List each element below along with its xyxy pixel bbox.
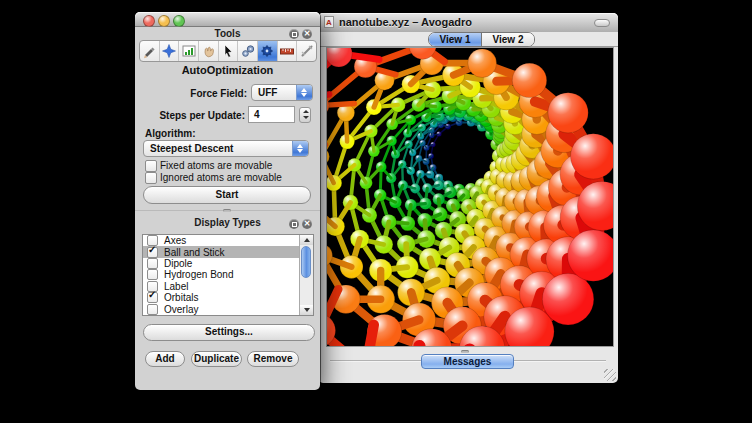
messages-button[interactable]: Messages — [421, 354, 514, 369]
align-tool-button[interactable] — [297, 41, 316, 61]
step-up-icon — [303, 110, 309, 113]
autooptimization-title: AutoOptimization — [135, 64, 320, 76]
align-wand-icon — [299, 43, 315, 59]
display-types-header: Display Types ✕ — [135, 215, 320, 231]
tool-toolbar — [139, 40, 317, 62]
splitter-handle[interactable] — [461, 350, 469, 353]
force-field-popup[interactable]: UFF — [251, 84, 313, 101]
algorithm-popup[interactable]: Steepest Descent — [143, 140, 309, 157]
navigate-tool-button[interactable] — [160, 41, 180, 61]
view-tabs: View 1 View 2 — [428, 32, 535, 47]
tab-view-2[interactable]: View 2 — [482, 33, 534, 46]
resize-grip[interactable] — [604, 369, 616, 381]
duplicate-button[interactable]: Duplicate — [191, 351, 242, 367]
desktop: A nanotube.xyz – Avogadro View 1 View 2 — [0, 0, 752, 423]
avogadro-document-window: A nanotube.xyz – Avogadro View 1 View 2 — [318, 13, 618, 383]
close-panel-icon[interactable]: ✕ — [302, 29, 312, 39]
ruler-icon — [279, 43, 295, 59]
scroll-down-button[interactable] — [300, 305, 313, 315]
panel-splitter-handle[interactable] — [223, 209, 231, 212]
popup-arrows-icon — [292, 141, 308, 156]
steps-label: Steps per Update: — [135, 110, 245, 121]
avogadro-tool-window: Tools ✕ — [135, 12, 320, 390]
view-tabbar: View 1 View 2 — [318, 32, 618, 47]
gears-icon — [240, 43, 256, 59]
list-item-orbitals[interactable]: Orbitals — [143, 292, 313, 303]
ignored-atoms-label: Ignored atoms are movable — [160, 172, 282, 183]
list-scrollbar[interactable] — [299, 235, 313, 315]
force-field-label: Force Field: — [135, 88, 247, 99]
bond-centric-tool-button[interactable] — [179, 41, 199, 61]
checkbox-icon[interactable] — [147, 258, 158, 269]
auto-rotate-tool-button[interactable] — [238, 41, 258, 61]
bond-chart-icon — [181, 43, 197, 59]
remove-button[interactable]: Remove — [247, 351, 299, 367]
list-item-axes[interactable]: Axes — [143, 235, 313, 246]
popup-arrows-icon — [296, 85, 312, 100]
compass-star-icon — [161, 43, 177, 59]
pencil-icon — [141, 43, 157, 59]
algorithm-label: Algorithm: — [145, 128, 196, 139]
list-item-dipole[interactable]: Dipole — [143, 258, 313, 269]
list-item-overlay[interactable]: Overlay — [143, 303, 313, 314]
steps-stepper[interactable] — [299, 107, 311, 123]
document-proxy-icon[interactable]: A — [324, 16, 334, 28]
undock-panel-icon[interactable] — [289, 29, 299, 39]
display-types-list[interactable]: Axes Ball and Stick Dipole Hydrogen Bond… — [142, 234, 314, 316]
toolbar-lozenge-button[interactable] — [594, 19, 610, 27]
main-titlebar[interactable]: A nanotube.xyz – Avogadro — [318, 13, 618, 33]
fixed-atoms-label: Fixed atoms are movable — [160, 160, 272, 171]
hand-icon — [200, 43, 216, 59]
gl-viewport-nanotube-render[interactable] — [326, 47, 614, 347]
step-down-icon — [303, 116, 309, 119]
settings-button[interactable]: Settings... — [143, 324, 315, 341]
fixed-atoms-checkbox[interactable] — [145, 160, 157, 172]
close-panel-icon[interactable]: ✕ — [302, 219, 312, 229]
list-item-hydrogen-bond[interactable]: Hydrogen Bond — [143, 269, 313, 280]
start-button[interactable]: Start — [143, 186, 311, 204]
manipulate-tool-button[interactable] — [199, 41, 219, 61]
scrollbar-thumb[interactable] — [301, 246, 311, 278]
steps-field[interactable]: 4 — [248, 106, 295, 123]
auto-optimize-tool-button[interactable] — [258, 41, 278, 61]
draw-tool-button[interactable] — [140, 41, 160, 61]
tab-view-1[interactable]: View 1 — [429, 33, 482, 46]
checkbox-icon[interactable] — [147, 247, 158, 258]
left-titlebar[interactable] — [135, 12, 320, 27]
checkbox-icon[interactable] — [147, 292, 158, 303]
selection-tool-button[interactable] — [219, 41, 239, 61]
undock-panel-icon[interactable] — [289, 219, 299, 229]
scroll-up-button[interactable] — [300, 235, 313, 245]
checkbox-icon[interactable] — [147, 304, 158, 315]
window-title: nanotube.xyz – Avogadro — [339, 13, 472, 32]
checkbox-icon[interactable] — [147, 269, 158, 280]
gear-icon — [259, 43, 275, 59]
measure-tool-button[interactable] — [278, 41, 298, 61]
ignored-atoms-checkbox[interactable] — [145, 172, 157, 184]
list-item-ball-and-stick[interactable]: Ball and Stick — [143, 246, 313, 257]
add-button[interactable]: Add — [145, 351, 185, 367]
cursor-arrow-icon — [220, 43, 236, 59]
nanotube-3d-scene — [327, 48, 613, 346]
list-item-label[interactable]: Label — [143, 281, 313, 292]
